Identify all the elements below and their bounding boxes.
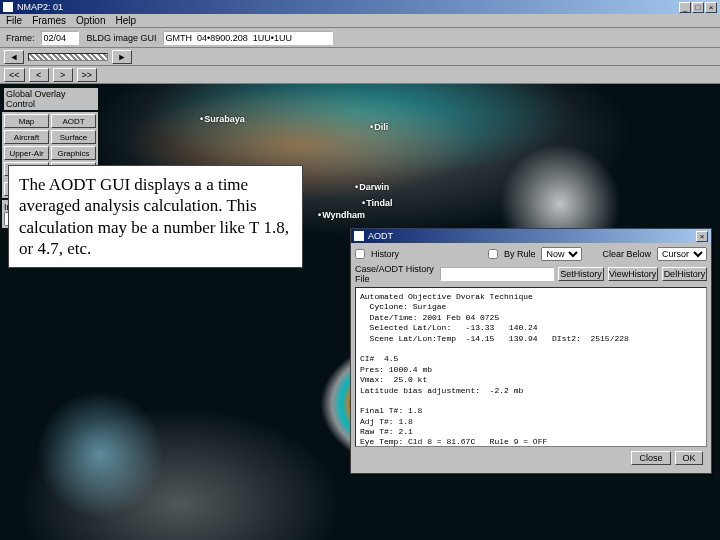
maximize-button[interactable]: □ xyxy=(692,2,704,13)
aodt-history-checkbox[interactable] xyxy=(355,249,365,259)
nav-last-button[interactable]: >> xyxy=(77,68,98,82)
frame-label: Frame: xyxy=(6,33,35,43)
close-button[interactable]: × xyxy=(705,2,717,13)
aodt-byrule-select[interactable]: Now xyxy=(541,247,582,261)
overlay-btn-upper-air[interactable]: Upper-Air xyxy=(4,146,49,160)
frame-field[interactable] xyxy=(41,31,79,45)
slider-right-button[interactable]: ► xyxy=(112,50,132,64)
minimize-button[interactable]: _ xyxy=(679,2,691,13)
slider-left-button[interactable]: ◄ xyxy=(4,50,24,64)
aodt-clear-select[interactable]: Cursor xyxy=(657,247,707,261)
aodt-path-field[interactable] xyxy=(440,267,554,281)
nav-row: << < > >> xyxy=(0,66,720,84)
explanation-callout: The AODT GUI displays a a time averaged … xyxy=(8,165,303,268)
city-label-darwin: Darwin xyxy=(355,182,389,192)
aodt-delhistory-button[interactable]: DelHistory xyxy=(662,267,707,281)
menu-help[interactable]: Help xyxy=(116,15,137,26)
aodt-footer-ok-button[interactable]: OK xyxy=(675,451,703,465)
main-titlebar: NMAP2: 01 _ □ × xyxy=(0,0,720,14)
menu-option[interactable]: Option xyxy=(76,15,105,26)
aodt-viewhistory-button[interactable]: ViewHistory xyxy=(608,267,658,281)
aodt-path-label: Case/AODT History File xyxy=(355,264,436,284)
overlay-btn-graphics[interactable]: Graphics xyxy=(51,146,96,160)
overlay-btn-aircraft[interactable]: Aircraft xyxy=(4,130,49,144)
aodt-clear-label: Clear Below xyxy=(602,249,651,259)
overlay-btn-map[interactable]: Map xyxy=(4,114,49,128)
aodt-footer-close-button[interactable]: Close xyxy=(631,451,671,465)
aodt-window-icon xyxy=(354,231,364,241)
aodt-byrule-label: By Rule xyxy=(504,249,536,259)
aodt-sethistory-button[interactable]: SetHistory xyxy=(558,267,603,281)
aodt-window: AODT × History By Rule Now Clear Below C… xyxy=(350,228,712,474)
nav-first-button[interactable]: << xyxy=(4,68,25,82)
frame-slider[interactable] xyxy=(28,53,108,61)
city-label-surabaya: Surabaya xyxy=(200,114,245,124)
overlay-panel-header: Global Overlay Control xyxy=(4,88,98,110)
toolbar-extra-field[interactable] xyxy=(163,31,333,45)
city-label-dili: Dili xyxy=(370,122,388,132)
aodt-byrule-checkbox[interactable] xyxy=(488,249,498,259)
app-icon xyxy=(3,2,13,12)
menu-frames[interactable]: Frames xyxy=(32,15,66,26)
aodt-window-title: AODT xyxy=(368,231,393,241)
aodt-close-button[interactable]: × xyxy=(696,231,708,242)
city-label-tindal: Tindal xyxy=(362,198,393,208)
toolbar: Frame: BLDG image GUI xyxy=(0,28,720,48)
aodt-output-panel: Automated Objective Dvorak Technique Cyc… xyxy=(355,287,707,447)
overlay-btn-surface[interactable]: Surface xyxy=(51,130,96,144)
slider-row: ◄ ► xyxy=(0,48,720,66)
city-label-wyndham: Wyndham xyxy=(318,210,365,220)
menu-file[interactable]: File xyxy=(6,15,22,26)
toolbar-secondary-label: BLDG image GUI xyxy=(87,33,157,43)
nav-prev-button[interactable]: < xyxy=(29,68,49,82)
overlay-btn-aodt[interactable]: AODT xyxy=(51,114,96,128)
window-title: NMAP2: 01 xyxy=(17,2,63,12)
menubar: File Frames Option Help xyxy=(0,14,720,28)
nav-next-button[interactable]: > xyxy=(53,68,73,82)
aodt-history-label: History xyxy=(371,249,399,259)
